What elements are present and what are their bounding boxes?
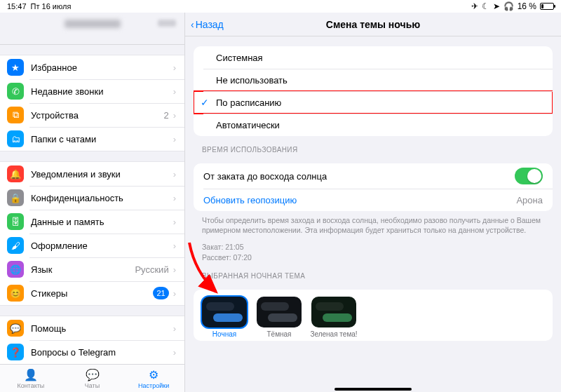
- sidebar-item[interactable]: 🗂Папки с чатами›: [0, 127, 184, 151]
- back-button[interactable]: ‹ Назад: [185, 19, 224, 30]
- sidebar-item[interactable]: 💬Помощь›: [0, 316, 184, 340]
- chevron-right-icon: ›: [173, 134, 176, 144]
- chevron-right-icon: ›: [173, 169, 176, 180]
- section-usage-title: ВРЕМЯ ИСПОЛЬЗОВАНИЯ: [202, 146, 544, 154]
- sidebar-item-icon: 🗂: [7, 130, 24, 147]
- theme-name: Тёмная: [266, 330, 291, 338]
- sidebar-item-icon: ❓: [7, 344, 24, 360]
- sidebar-item[interactable]: 🔔Уведомления и звуки›: [0, 162, 184, 186]
- tab-label: Чаты: [85, 382, 100, 389]
- sidebar-item-label: Устройства: [31, 110, 163, 121]
- tab-settings[interactable]: ⚙︎ Настройки: [123, 365, 184, 392]
- usage-footer: Чтобы определить время захода и восхода …: [202, 215, 544, 235]
- mode-option[interactable]: ✓Не использовать: [194, 69, 553, 91]
- sidebar-item[interactable]: 🗄Данные и память›: [0, 210, 184, 234]
- sidebar-item-label: Оформление: [31, 241, 173, 251]
- sidebar-item-label: Помощь: [31, 323, 173, 334]
- sidebar-item-label: Недавние звонки: [31, 86, 173, 97]
- sidebar-item-label: Избранное: [31, 62, 173, 73]
- sidebar-item[interactable]: ★Избранное›: [0, 55, 184, 79]
- theme-name: Ночная: [212, 330, 236, 338]
- update-location-label: Обновить геопозицию: [203, 195, 297, 205]
- chevron-right-icon: ›: [173, 241, 176, 251]
- moon-icon: ☾: [482, 1, 489, 11]
- sidebar-item[interactable]: ⧉Устройства2›: [0, 103, 184, 127]
- sidebar-item[interactable]: ❓Вопросы о Telegram›: [0, 340, 184, 364]
- tab-chats[interactable]: 💬 Чаты: [62, 365, 123, 392]
- sidebar-item-icon: ⧉: [7, 107, 24, 123]
- sunset-time: Закат: 21:05: [202, 242, 544, 252]
- mode-option[interactable]: ✓По расписанию: [194, 91, 553, 114]
- sidebar-item-label: Папки с чатами: [31, 134, 173, 144]
- theme-name: Зеленая тема!: [310, 330, 357, 338]
- sidebar-item[interactable]: 🌐ЯзыкРусский›: [0, 257, 184, 281]
- sidebar-item-label: Вопросы о Telegram: [31, 347, 173, 358]
- location-value: Арона: [516, 195, 543, 205]
- sidebar-item-label: Язык: [31, 264, 135, 275]
- sidebar-item[interactable]: 😊Стикеры21›: [0, 281, 184, 305]
- sidebar-item-icon: 🌐: [7, 261, 24, 278]
- chevron-right-icon: ›: [173, 110, 176, 121]
- sunset-switch[interactable]: [515, 168, 543, 184]
- checkmark-icon: ✓: [201, 97, 213, 108]
- profile-name-blurred: [65, 20, 121, 28]
- sidebar-item-icon: 🖌: [7, 237, 24, 254]
- detail-pane: ‹ Назад Смена темы ночью ✓Системная✓Не и…: [185, 13, 561, 392]
- battery-pct: 16 %: [518, 1, 536, 11]
- chevron-right-icon: ›: [173, 193, 176, 203]
- chevron-right-icon: ›: [173, 323, 176, 334]
- status-bar: 15:47 Пт 16 июля ✈︎ ☾ ➤ 🎧 16 %: [0, 0, 561, 13]
- chevron-right-icon: ›: [173, 288, 176, 299]
- chevron-right-icon: ›: [173, 217, 176, 227]
- mode-option-label: По расписанию: [216, 97, 281, 108]
- sidebar-item-icon: 😊: [7, 285, 24, 302]
- theme-option[interactable]: Зеленая тема!: [310, 297, 358, 338]
- sidebar-item-value: 2: [163, 110, 168, 121]
- sidebar-item-icon: 🔒: [7, 189, 24, 206]
- settings-sidebar: ★Избранное›✆Недавние звонки›⧉Устройства2…: [0, 13, 185, 392]
- mode-option-label: Системная: [216, 53, 263, 63]
- sidebar-item-label: Конфиденциальность: [31, 193, 173, 203]
- sidebar-item[interactable]: 🖌Оформление›: [0, 234, 184, 257]
- tab-label: Контакты: [17, 382, 44, 389]
- sidebar-item[interactable]: ✆Недавние звонки›: [0, 79, 184, 103]
- theme-option[interactable]: Ночная: [201, 297, 248, 338]
- sidebar-item-label: Данные и память: [31, 217, 173, 227]
- mode-option-label: Автоматически: [216, 120, 280, 130]
- theme-option[interactable]: Тёмная: [255, 297, 303, 338]
- sidebar-item[interactable]: 🔒Конфиденциальность›: [0, 186, 184, 210]
- edit-button-blurred: [158, 20, 176, 27]
- sidebar-item-icon: ★: [7, 59, 24, 76]
- sidebar-item-badge: 21: [153, 287, 168, 299]
- location-arrow-icon: ➤: [493, 1, 500, 11]
- update-location-row[interactable]: Обновить геопозицию Арона: [194, 189, 553, 211]
- sunrise-time: Рассвет: 07:20: [202, 252, 544, 262]
- sunset-toggle-row[interactable]: От заката до восхода солнца: [194, 163, 553, 189]
- theme-preview: [311, 297, 356, 327]
- status-date: Пт 16 июля: [31, 2, 72, 11]
- sidebar-item-value: Русский: [135, 264, 168, 275]
- sidebar-item-icon: 🔔: [7, 165, 24, 182]
- settings-icon: ⚙︎: [149, 368, 158, 381]
- chevron-left-icon: ‹: [191, 19, 194, 30]
- home-indicator[interactable]: [334, 388, 412, 391]
- theme-group: НочнаяТёмнаяЗеленая тема!: [194, 290, 553, 341]
- mode-select-group: ✓Системная✓Не использовать✓По расписанию…: [194, 46, 553, 136]
- sidebar-item-icon: 💬: [7, 320, 24, 337]
- usage-group: От заката до восхода солнца Обновить гео…: [194, 163, 553, 211]
- tab-contacts[interactable]: 👤 Контакты: [0, 365, 62, 392]
- tab-label: Настройки: [138, 382, 169, 389]
- sidebar-header[interactable]: [0, 13, 184, 45]
- mode-option[interactable]: ✓Автоматически: [194, 114, 553, 136]
- status-time: 15:47: [7, 2, 27, 11]
- tab-bar: 👤 Контакты 💬 Чаты ⚙︎ Настройки: [0, 364, 184, 392]
- airplane-icon: ✈︎: [471, 1, 478, 11]
- back-label: Назад: [196, 19, 224, 30]
- sidebar-item-icon: ✆: [7, 83, 24, 100]
- chats-icon: 💬: [86, 368, 100, 381]
- sidebar-item-icon: 🗄: [7, 213, 24, 230]
- chevron-right-icon: ›: [173, 264, 176, 275]
- mode-option[interactable]: ✓Системная: [194, 46, 553, 69]
- contacts-icon: 👤: [24, 368, 38, 381]
- theme-preview: [202, 297, 247, 327]
